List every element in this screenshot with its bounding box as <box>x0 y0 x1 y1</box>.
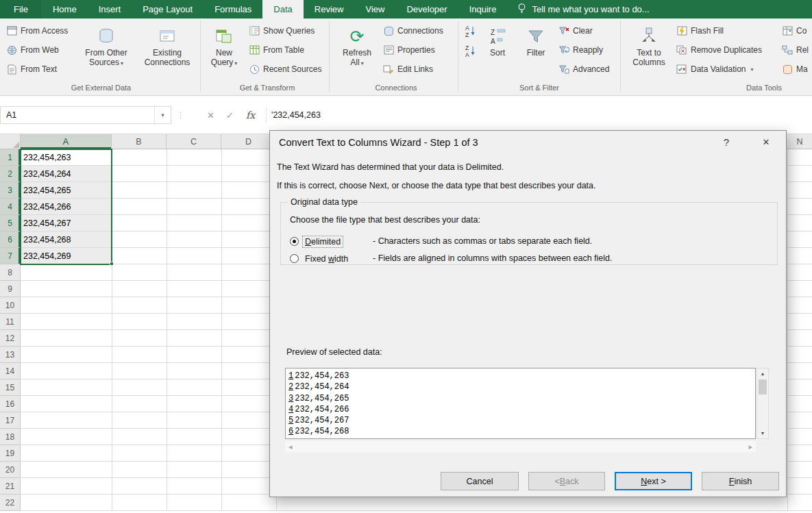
tab-insert[interactable]: Insert <box>88 0 132 18</box>
name-box[interactable]: A1 ▾ <box>0 106 171 124</box>
row-header-9[interactable]: 9 <box>0 281 21 297</box>
fixed-width-radio[interactable] <box>290 254 299 263</box>
row-header-2[interactable]: 2 <box>0 166 21 182</box>
sort-az-button[interactable]: AZ <box>463 25 478 40</box>
data-validation-button[interactable]: Data Validation ▾ <box>674 62 756 77</box>
edit-links-button[interactable]: Edit Links <box>381 62 435 77</box>
preview-horizontal-scrollbar[interactable]: ◂ ▸ <box>285 441 756 452</box>
manage-data-model-button-partial[interactable]: Ma <box>780 62 810 77</box>
row-header-1[interactable]: 1 <box>0 149 21 166</box>
column-header-b[interactable]: B <box>112 134 167 149</box>
row-header-6[interactable]: 6 <box>0 232 21 248</box>
row-header-3[interactable]: 3 <box>0 182 21 199</box>
delimited-radio-row[interactable]: Delimited - Characters such as commas or… <box>290 235 592 247</box>
dialog-title[interactable]: Convert Text to Columns Wizard - Step 1 … <box>279 137 478 148</box>
cell-A7[interactable]: 232,454,269 <box>21 248 112 264</box>
from-table-button[interactable]: From Table <box>247 42 306 58</box>
row-header-20[interactable]: 20 <box>0 462 21 478</box>
row-header-17[interactable]: 17 <box>0 412 21 429</box>
tab-inquire[interactable]: Inquire <box>458 0 508 18</box>
next-button[interactable]: Next > <box>615 472 692 490</box>
cancel-button[interactable]: Cancel <box>441 472 519 490</box>
row-header-19[interactable]: 19 <box>0 445 21 462</box>
insert-function-icon[interactable]: fx <box>241 106 260 124</box>
text-to-columns-button[interactable]: Text to Columns <box>625 22 673 84</box>
filter-button[interactable]: Filter <box>518 22 554 84</box>
sort-za-button[interactable]: ZA <box>463 45 478 60</box>
tab-page-layout[interactable]: Page Layout <box>132 0 204 18</box>
row-header-13[interactable]: 13 <box>0 347 21 363</box>
scroll-down-icon[interactable]: ▼ <box>757 428 768 438</box>
from-other-sources-button[interactable]: From Other Sources▾ <box>81 22 132 84</box>
cell-A2[interactable]: 232,454,264 <box>21 166 112 182</box>
column-header-a[interactable]: A <box>21 134 112 149</box>
tab-file[interactable]: File <box>0 0 42 18</box>
row-header-15[interactable]: 15 <box>0 379 21 396</box>
from-text-button[interactable]: From Text <box>4 62 59 77</box>
formula-enter-icon[interactable]: ✓ <box>221 106 239 124</box>
tab-review[interactable]: Review <box>304 0 355 18</box>
name-box-caret-icon[interactable]: ▾ <box>154 107 171 123</box>
tab-developer[interactable]: Developer <box>395 0 458 18</box>
remove-duplicates-button[interactable]: Remove Duplicates <box>674 42 764 58</box>
back-button[interactable]: < Back <box>528 472 605 490</box>
row-header-4[interactable]: 4 <box>0 199 21 215</box>
row-header-21[interactable]: 21 <box>0 478 21 495</box>
preview-vertical-scrollbar[interactable]: ▲ ▼ <box>756 368 769 439</box>
tab-view[interactable]: View <box>354 0 395 18</box>
scroll-left-icon[interactable]: ◂ <box>288 442 293 451</box>
tell-me-box[interactable]: Tell me what you want to do... <box>517 0 649 18</box>
select-all-corner[interactable] <box>0 134 21 149</box>
reapply-filter-button[interactable]: Reapply <box>556 42 605 58</box>
formula-cancel-icon[interactable]: ✕ <box>201 106 220 124</box>
scrollbar-thumb[interactable] <box>759 379 767 395</box>
row-header-5[interactable]: 5 <box>0 215 21 232</box>
recent-sources-button[interactable]: Recent Sources <box>247 62 323 77</box>
existing-connections-button[interactable]: Existing Connections <box>140 22 195 84</box>
dialog-help-button[interactable]: ? <box>715 131 737 153</box>
delimited-radio-label[interactable]: Delimited <box>303 236 343 247</box>
from-web-button[interactable]: From Web <box>4 42 61 58</box>
tab-data[interactable]: Data <box>262 0 303 18</box>
column-header-c[interactable]: C <box>167 134 221 149</box>
new-query-button[interactable]: New Query▾ <box>204 22 244 84</box>
cell-A3[interactable]: 232,454,265 <box>21 182 112 199</box>
cell-A5[interactable]: 232,454,267 <box>21 215 112 232</box>
row-header-16[interactable]: 16 <box>0 396 21 412</box>
formula-bar-splitter[interactable]: ⋮ <box>177 106 184 124</box>
connections-button[interactable]: Connections <box>381 23 445 38</box>
fill-handle[interactable] <box>110 262 114 266</box>
formula-input[interactable]: '232,454,263 <box>271 106 321 124</box>
row-header-18[interactable]: 18 <box>0 429 21 445</box>
scroll-right-icon[interactable]: ▸ <box>748 442 752 451</box>
show-queries-button[interactable]: Show Queries <box>247 23 317 38</box>
row-header-14[interactable]: 14 <box>0 363 21 379</box>
properties-button[interactable]: Properties <box>381 42 437 58</box>
refresh-all-button[interactable]: ⟳ Refresh All▾ <box>336 22 378 84</box>
advanced-filter-button[interactable]: Advanced <box>556 62 611 77</box>
cell-A1[interactable]: 232,454,263 <box>21 149 112 166</box>
sort-button[interactable]: ZA Sort <box>481 22 514 84</box>
row-header-22[interactable]: 22 <box>0 495 21 511</box>
tab-home[interactable]: Home <box>42 0 88 18</box>
row-header-12[interactable]: 12 <box>0 330 21 347</box>
column-header-d[interactable]: D <box>221 134 276 149</box>
consolidate-button-partial[interactable]: Co <box>780 23 809 38</box>
fixed-width-radio-label[interactable]: Fixed width <box>303 253 350 264</box>
flash-fill-button[interactable]: Flash Fill <box>674 23 726 38</box>
row-header-7[interactable]: 7 <box>0 248 21 264</box>
dialog-close-icon[interactable]: ✕ <box>755 131 777 153</box>
tab-formulas[interactable]: Formulas <box>204 0 262 18</box>
row-header-10[interactable]: 10 <box>0 297 21 314</box>
finish-button[interactable]: Finish <box>702 472 779 490</box>
from-access-button[interactable]: From Access <box>4 23 70 38</box>
column-header-n[interactable]: N <box>787 134 812 149</box>
delimited-radio[interactable] <box>290 237 299 246</box>
row-header-8[interactable]: 8 <box>0 264 21 281</box>
row-header-11[interactable]: 11 <box>0 314 21 330</box>
relationships-button-partial[interactable]: Rel <box>780 42 811 58</box>
clear-filter-button[interactable]: Clear <box>556 23 595 38</box>
scroll-up-icon[interactable]: ▲ <box>757 368 768 379</box>
cell-A6[interactable]: 232,454,268 <box>21 232 112 248</box>
fixed-width-radio-row[interactable]: Fixed width - Fields are aligned in colu… <box>290 252 613 264</box>
